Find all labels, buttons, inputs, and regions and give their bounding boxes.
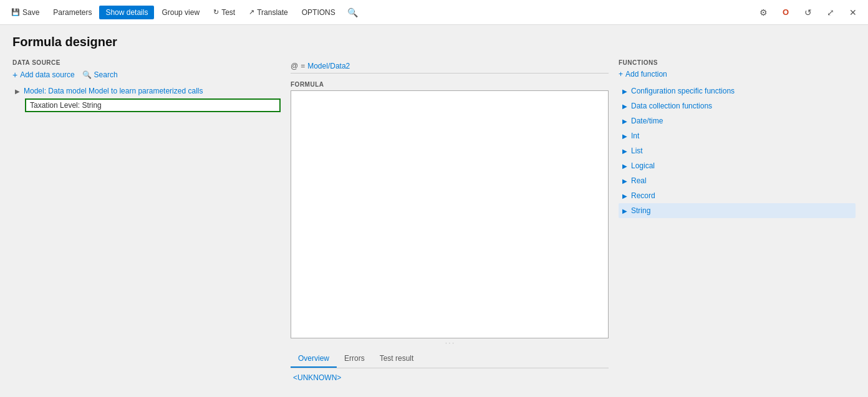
chevron-function-icon: ▶ [622,148,627,155]
tab-overview[interactable]: Overview [291,350,337,368]
formula-at-symbol: @ [291,62,298,70]
function-item-label: List [631,146,643,155]
add-datasource-button[interactable]: + Add data source [12,70,75,80]
datasource-toolbar: + Add data source 🔍 Search [12,70,281,80]
search-icon: 🔍 [347,7,358,17]
function-item-label: String [631,206,650,215]
expand-icon: ⤢ [827,7,834,17]
refresh-icon: ↺ [804,7,812,17]
function-item-label: Logical [631,161,655,170]
save-button[interactable]: 💾 Save [5,6,46,19]
chevron-function-icon: ▶ [622,88,627,95]
chevron-function-icon: ▶ [622,133,627,140]
tree-model-item[interactable]: ▶ Model: Data model Model to learn param… [12,85,281,97]
formula-path: Model/Data2 [307,62,350,70]
chevron-function-icon: ▶ [622,178,627,184]
function-item-label: Data collection functions [631,102,712,110]
formula-equals: = [301,62,305,70]
functions-panel: FUNCTIONS + Add function ▶ Configuration… [619,59,856,387]
settings-icon: ⚙ [760,7,768,17]
test-icon: ↻ [213,8,219,16]
parameters-button[interactable]: Parameters [47,6,98,19]
translate-icon: ↗ [249,8,254,16]
formula-section-label: FORMULA [291,81,609,88]
chevron-function-icon: ▶ [622,208,627,214]
translate-button[interactable]: ↗ Translate [243,6,294,19]
office-icon: O [783,7,789,17]
refresh-button[interactable]: ↺ [798,2,818,22]
content-area: DATA SOURCE + Add data source 🔍 Search ▶… [12,59,856,387]
formula-binding-header: @ = Model/Data2 [291,59,609,74]
function-item-2[interactable]: ▶ Date/time [619,113,856,128]
search-datasource-button[interactable]: 🔍 Search [82,70,118,79]
function-item-5[interactable]: ▶ Logical [619,158,856,173]
titlebar-right-controls: ⚙ O ↺ ⤢ ✕ [753,2,863,22]
chevron-function-icon: ▶ [622,103,627,110]
chevron-function-icon: ▶ [622,118,627,125]
resize-handle[interactable]: · · · [291,338,609,348]
tab-test-result[interactable]: Test result [372,350,422,368]
function-item-label: Configuration specific functions [631,87,735,95]
function-item-6[interactable]: ▶ Real [619,173,856,188]
function-item-4[interactable]: ▶ List [619,143,856,158]
function-item-label: Date/time [631,117,663,125]
formula-tabs: Overview Errors Test result [291,350,609,368]
function-item-label: Int [631,132,639,140]
search-small-icon: 🔍 [82,70,92,79]
settings-icon-button[interactable]: ⚙ [753,2,773,22]
function-item-label: Real [631,176,647,185]
tab-errors[interactable]: Errors [337,350,372,368]
test-button[interactable]: ↻ Test [207,6,241,19]
office-icon-button[interactable]: O [776,2,796,22]
chevron-right-icon: ▶ [15,88,20,95]
options-button[interactable]: OPTIONS [296,6,342,19]
function-item-8[interactable]: ▶ String [619,203,856,218]
function-item-1[interactable]: ▶ Data collection functions [619,98,856,113]
functions-list: ▶ Configuration specific functions▶ Data… [619,84,856,218]
group-view-button[interactable]: Group view [155,6,206,19]
titlebar: 💾 Save Parameters Show details Group vie… [0,0,868,25]
close-button[interactable]: ✕ [843,2,863,22]
plus-function-icon: + [619,70,623,79]
close-icon: ✕ [849,7,857,17]
overview-value: <UNKNOWN> [291,368,609,387]
formula-editor[interactable] [291,90,609,338]
expand-button[interactable]: ⤢ [821,2,841,22]
datasource-panel: DATA SOURCE + Add data source 🔍 Search ▶… [12,59,281,387]
add-function-button[interactable]: + Add function [619,70,856,79]
save-icon: 💾 [11,8,20,16]
tree-selected-item[interactable]: Taxation Level: String [25,98,281,112]
datasource-section-label: DATA SOURCE [12,59,281,66]
formula-panel: @ = Model/Data2 FORMULA · · · Overview E… [291,59,609,387]
plus-icon: + [12,70,17,80]
function-item-label: Record [631,191,655,200]
function-item-7[interactable]: ▶ Record [619,188,856,203]
functions-section-label: FUNCTIONS [619,59,856,66]
main-content: Formula designer DATA SOURCE + Add data … [0,25,868,397]
chevron-function-icon: ▶ [622,163,627,170]
show-details-button[interactable]: Show details [99,6,154,19]
chevron-function-icon: ▶ [622,193,627,199]
function-item-3[interactable]: ▶ Int [619,128,856,143]
page-title: Formula designer [12,35,856,49]
function-item-0[interactable]: ▶ Configuration specific functions [619,84,856,98]
search-icon-button[interactable]: 🔍 [343,2,363,22]
